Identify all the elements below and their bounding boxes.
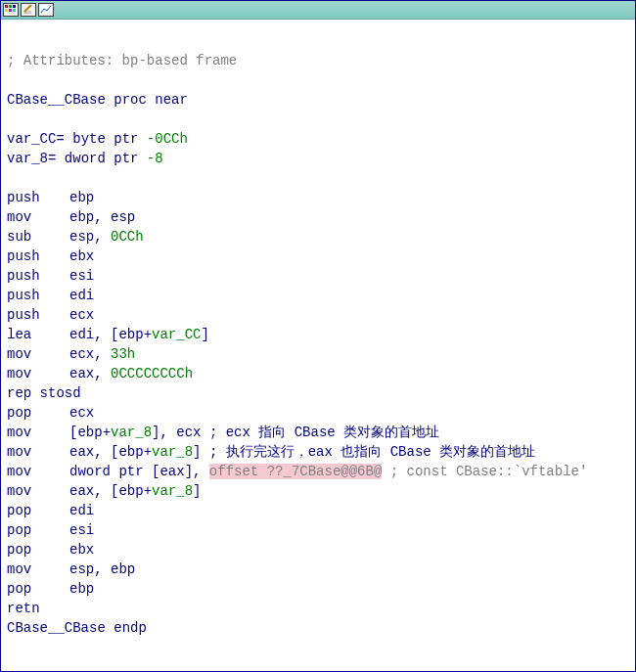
- svg-rect-2: [13, 5, 16, 8]
- insn: pushebp: [7, 190, 94, 205]
- var-decl-cc: var_CC= byte ptr -0CCh: [7, 131, 188, 147]
- window-titlebar: [1, 1, 635, 20]
- edit-icon[interactable]: [21, 3, 36, 17]
- insn: retn: [7, 601, 40, 616]
- svg-rect-3: [5, 9, 8, 12]
- disassembly-view[interactable]: ; Attributes: bp-based frame CBase__CBas…: [1, 20, 635, 644]
- svg-rect-1: [9, 5, 12, 8]
- insn: moveax, [ebp+var_8]: [7, 483, 201, 499]
- svg-line-7: [24, 5, 31, 12]
- proc-decl: CBase__CBase proc near: [7, 92, 188, 108]
- palette-icon[interactable]: [3, 3, 19, 17]
- insn: pushecx: [7, 307, 94, 323]
- graph-icon[interactable]: [38, 3, 54, 17]
- insn: mov[ebp+var_8], ecx ; ecx 指向 CBase 类对象的首…: [7, 425, 439, 440]
- highlighted-operand: offset ??_7CBase@@6B@: [209, 464, 382, 479]
- insn: subesp, 0CCh: [7, 229, 144, 245]
- insn: popesi: [7, 522, 94, 538]
- insn: moveax, 0CCCCCCCCh: [7, 366, 193, 381]
- proc-end: CBase__CBase endp: [7, 620, 147, 636]
- insn: movesp, ebp: [7, 561, 135, 577]
- insn: movebp, esp: [7, 209, 135, 225]
- svg-rect-5: [13, 9, 16, 12]
- insn: popebx: [7, 542, 94, 558]
- insn-highlight: movdword ptr [eax], offset ??_7CBase@@6B…: [7, 464, 587, 479]
- insn: moveax, [ebp+var_8] ; 执行完这行，eax 也指向 CBas…: [7, 444, 535, 460]
- insn: popedi: [7, 503, 94, 518]
- insn: popecx: [7, 405, 94, 421]
- svg-rect-0: [5, 5, 8, 8]
- insn: movecx, 33h: [7, 346, 135, 362]
- insn: pushedi: [7, 288, 94, 303]
- insn: leaedi, [ebp+var_CC]: [7, 327, 209, 342]
- svg-rect-4: [9, 9, 12, 12]
- insn: pushesi: [7, 268, 94, 284]
- blank-line: [7, 33, 15, 49]
- insn: rep stosd: [7, 385, 81, 401]
- var-decl-8: var_8= dword ptr -8: [7, 151, 163, 166]
- insn: popebp: [7, 581, 94, 597]
- attributes-comment: ; Attributes: bp-based frame: [7, 53, 237, 68]
- insn: pushebx: [7, 248, 94, 264]
